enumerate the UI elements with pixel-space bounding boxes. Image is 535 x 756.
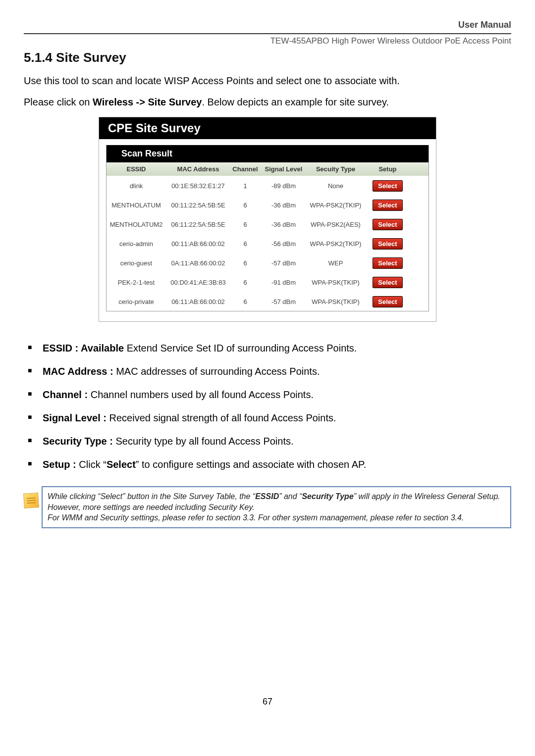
header-manual-label: User Manual [24, 20, 511, 30]
cell-channel: 6 [230, 295, 260, 308]
table-row: dlink00:1E:58:32:E1:271-89 dBmNoneSelect [107, 176, 428, 195]
cell-mac: 00:11:AB:66:00:02 [166, 237, 230, 251]
cell-setup: Select [364, 216, 411, 233]
cell-security: WPA-PSK(TKIP) [307, 276, 364, 289]
header-product: TEW-455APBO High Power Wireless Outdoor … [24, 36, 511, 46]
cell-channel: 6 [230, 237, 260, 251]
definition-item: MAC Address : MAC addresses of surroundi… [28, 365, 511, 378]
definition-item: Setup : Click “Select” to configure sett… [28, 458, 511, 471]
intro-text-2: Please click on Wireless -> Site Survey.… [24, 96, 511, 109]
cell-security: WPA-PSK(TKIP) [307, 295, 364, 308]
select-button[interactable]: Select [373, 257, 402, 269]
cell-setup: Select [364, 274, 411, 291]
cell-security: WPA-PSK2(TKIP) [307, 237, 364, 251]
cell-signal: -57 dBm [260, 256, 307, 270]
col-essid: ESSID [107, 162, 166, 176]
note-icon [23, 493, 39, 508]
col-mac: MAC Address [166, 162, 230, 176]
cell-signal: -36 dBm [260, 199, 307, 212]
select-button[interactable]: Select [373, 296, 402, 307]
cell-mac: 06:11:22:5A:5B:5E [166, 218, 230, 231]
note-box: While clicking “Select” button in the Si… [42, 486, 511, 528]
cell-mac: 0A:11:AB:66:00:02 [166, 256, 230, 270]
cell-channel: 6 [230, 218, 260, 231]
intro-text-1: Use this tool to scan and locate WISP Ac… [24, 74, 511, 88]
col-security: Secuity Type [307, 162, 364, 176]
cell-mac: 00:1E:58:32:E1:27 [166, 179, 230, 193]
table-row: PEK-2-1-test00:D0:41:AE:3B:836-91 dBmWPA… [107, 272, 428, 292]
cell-essid: cerio-admin [107, 237, 166, 251]
table-row: cerio-guest0A:11:AB:66:00:026-57 dBmWEPS… [107, 253, 428, 272]
col-setup: Setup [364, 162, 411, 176]
col-channel: Channel [230, 162, 260, 176]
cell-channel: 1 [230, 179, 260, 193]
select-button[interactable]: Select [373, 238, 402, 250]
cell-channel: 6 [230, 256, 260, 270]
note-callout: While clicking “Select” button in the Si… [24, 486, 511, 528]
cell-signal: -57 dBm [260, 295, 307, 308]
cell-security: WPA-PSK2(AES) [307, 218, 364, 231]
cell-essid: MENTHOLATUM [107, 199, 166, 212]
definition-item: ESSID : Available Extend Service Set ID … [28, 342, 511, 355]
scan-result-header: Scan Result [107, 145, 428, 162]
cell-setup: Select [364, 254, 411, 272]
cell-setup: Select [364, 235, 411, 252]
scan-table-header: ESSID MAC Address Channel Signal Level S… [107, 162, 428, 176]
table-row: MENTHOLATUM00:11:22:5A:5B:5E6-36 dBmWPA-… [107, 195, 428, 214]
cell-signal: -56 dBm [260, 237, 307, 251]
page-number: 67 [24, 697, 511, 707]
cell-essid: PEK-2-1-test [107, 276, 166, 289]
table-row: cerio-private06:11:AB:66:00:026-57 dBmWP… [107, 292, 428, 311]
cpe-panel: CPE Site Survey Scan Result ESSID MAC Ad… [99, 117, 436, 322]
cell-security: WEP [307, 256, 364, 270]
table-row: MENTHOLATUM206:11:22:5A:5B:5E6-36 dBmWPA… [107, 214, 428, 234]
cell-security: None [307, 179, 364, 193]
definition-item: Security Type : Security type by all fou… [28, 435, 511, 448]
scan-result-box: Scan Result ESSID MAC Address Channel Si… [106, 145, 429, 311]
section-heading: 5.1.4 Site Survey [24, 50, 511, 65]
cell-security: WPA-PSK2(TKIP) [307, 199, 364, 212]
cell-signal: -91 dBm [260, 276, 307, 289]
cell-essid: dlink [107, 179, 166, 193]
cell-channel: 6 [230, 199, 260, 212]
col-signal: Signal Level [260, 162, 307, 176]
cell-essid: MENTHOLATUM2 [107, 218, 166, 231]
cell-signal: -89 dBm [260, 179, 307, 193]
definition-item: Signal Level : Received signal strength … [28, 411, 511, 425]
cell-setup: Select [364, 293, 411, 310]
cell-essid: cerio-private [107, 295, 166, 308]
cell-setup: Select [364, 197, 411, 214]
cell-mac: 00:D0:41:AE:3B:83 [166, 276, 230, 289]
table-row: cerio-admin00:11:AB:66:00:026-56 dBmWPA-… [107, 234, 428, 253]
header-divider [24, 33, 511, 34]
cell-channel: 6 [230, 276, 260, 289]
select-button[interactable]: Select [373, 219, 402, 230]
cell-mac: 00:11:22:5A:5B:5E [166, 199, 230, 212]
definitions-list: ESSID : Available Extend Service Set ID … [28, 342, 511, 471]
select-button[interactable]: Select [373, 200, 402, 211]
cell-setup: Select [364, 177, 411, 195]
cell-mac: 06:11:AB:66:00:02 [166, 295, 230, 308]
cell-signal: -36 dBm [260, 218, 307, 231]
select-button[interactable]: Select [373, 180, 402, 192]
definition-item: Channel : Channel numbers used by all fo… [28, 388, 511, 402]
cpe-panel-title: CPE Site Survey [99, 117, 436, 139]
cell-essid: cerio-guest [107, 256, 166, 270]
select-button[interactable]: Select [373, 277, 402, 288]
